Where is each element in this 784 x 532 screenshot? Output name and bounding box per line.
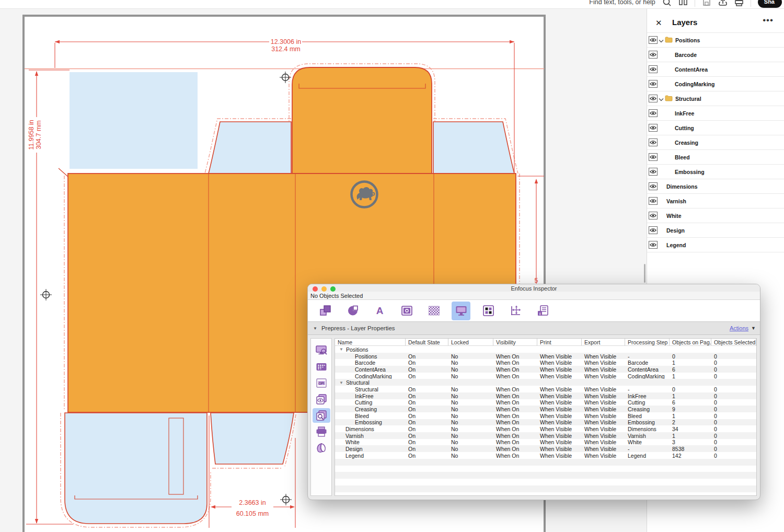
visibility-eye-icon[interactable] — [649, 36, 658, 44]
table-row[interactable]: ▼CodingMarking On No When On When Visibl… — [335, 373, 756, 379]
cell-default-state: On — [406, 438, 448, 445]
table-row[interactable]: ▼Barcode On No When On When Visible When… — [335, 359, 756, 366]
visibility-eye-icon[interactable] — [649, 212, 658, 219]
visibility-eye-icon[interactable] — [649, 109, 658, 117]
layer-visibility-tab-icon[interactable] — [313, 392, 330, 407]
collapse-triangle-icon[interactable]: ▼ — [313, 326, 317, 331]
visibility-eye-icon[interactable] — [649, 226, 658, 234]
table-row[interactable]: ▼Embossing On No When On When Visible Wh… — [335, 419, 756, 426]
output-preview-tab-icon[interactable] — [313, 343, 330, 358]
zoom-traffic-light[interactable] — [330, 286, 336, 292]
separations-icon[interactable] — [479, 302, 498, 320]
cell-locked: No — [448, 353, 493, 360]
column-header[interactable]: Objects on Pag... — [670, 339, 711, 345]
cell-objects-selected: 0 — [711, 373, 756, 379]
layer-row[interactable]: Legend — [647, 238, 784, 252]
visibility-eye-icon[interactable] — [649, 182, 658, 190]
page-thumbnails-icon[interactable] — [678, 0, 688, 7]
visibility-eye-icon[interactable] — [649, 153, 658, 161]
layer-properties-tab-icon[interactable] — [313, 408, 330, 423]
row-chevron-icon[interactable]: ▼ — [339, 347, 346, 352]
table-row[interactable]: ▼Legend On No When On When Visible When … — [335, 452, 756, 459]
visibility-eye-icon[interactable] — [649, 95, 658, 102]
inspector-titlebar[interactable]: Enfocus Inspector — [308, 284, 760, 292]
text-attributes-icon[interactable]: A — [370, 302, 389, 320]
close-traffic-light[interactable] — [313, 286, 318, 292]
cell-locked: No — [448, 438, 493, 445]
print-settings-tab-icon[interactable] — [313, 424, 330, 439]
visibility-eye-icon[interactable] — [649, 241, 658, 249]
cell-name: Barcode — [355, 360, 375, 366]
row-chevron-icon[interactable]: ▼ — [339, 380, 346, 385]
layer-row[interactable]: Positions — [647, 33, 784, 48]
layer-row[interactable]: Creasing — [647, 135, 784, 150]
chevron-down-icon[interactable] — [659, 94, 664, 103]
layer-row[interactable]: Barcode — [647, 48, 784, 62]
column-header[interactable]: Objects Selected — [711, 339, 756, 345]
column-header[interactable]: Processing Step — [625, 339, 670, 345]
visibility-eye-icon[interactable] — [649, 168, 658, 176]
summary-icon[interactable]: i — [533, 302, 552, 320]
layer-row[interactable]: White — [647, 209, 784, 223]
more-options-icon[interactable]: ••• — [763, 15, 774, 26]
layer-row[interactable]: Structural — [647, 91, 784, 106]
table-row[interactable]: ▼InkFree On No When On When Visible When… — [335, 392, 756, 399]
lens-tab-icon[interactable] — [313, 441, 330, 455]
output-preview-icon[interactable] — [452, 302, 470, 320]
screening-tab-icon[interactable] — [313, 360, 330, 374]
select-objects-icon[interactable] — [316, 302, 335, 320]
share-button[interactable]: Sha — [758, 0, 782, 8]
chevron-down-icon[interactable] — [659, 36, 664, 45]
column-header[interactable]: Name — [335, 339, 406, 345]
layer-row[interactable]: Varnish — [647, 194, 784, 209]
minimize-traffic-light[interactable] — [321, 286, 327, 292]
column-header[interactable]: Locked — [448, 339, 493, 345]
table-row[interactable]: ▼Varnish On No When On When Visible When… — [335, 432, 756, 439]
table-row[interactable]: ▼Creasing On No When On When Visible Whe… — [335, 406, 756, 412]
visibility-eye-icon[interactable] — [649, 197, 658, 205]
transparency-icon[interactable] — [424, 302, 443, 320]
search-icon[interactable] — [662, 0, 672, 7]
table-row[interactable]: ▼Positions — [335, 346, 756, 353]
table-row[interactable]: ▼Bleed On No When On When Visible When V… — [335, 412, 756, 419]
column-header[interactable]: Print — [537, 339, 582, 345]
shapes-icon[interactable] — [343, 302, 362, 320]
table-row[interactable]: ▼Cutting On No When On When Visible When… — [335, 399, 756, 406]
layer-row[interactable]: CodingMarking — [647, 77, 784, 91]
position-icon[interactable] — [506, 302, 525, 320]
table-row[interactable]: ▼Structural On No When On When Visible W… — [335, 386, 756, 392]
table-row[interactable]: ▼Dimensions On No When On When Visible W… — [335, 425, 756, 432]
layer-row[interactable]: ContentArea — [647, 62, 784, 77]
layer-row[interactable]: Bleed — [647, 150, 784, 165]
actions-link[interactable]: Actions — [730, 325, 748, 331]
cell-print: When Visible — [537, 425, 582, 432]
column-header[interactable]: Default State — [406, 339, 448, 345]
print-icon[interactable] — [734, 0, 744, 7]
close-icon[interactable]: ✕ — [655, 18, 662, 28]
column-header[interactable]: Export — [582, 339, 625, 345]
layer-row[interactable]: Design — [647, 223, 784, 238]
layer-row[interactable]: Dimensions — [647, 179, 784, 194]
table-row[interactable]: ▼Positions On No When On When Visible Wh… — [335, 353, 756, 360]
visibility-eye-icon[interactable] — [649, 51, 658, 59]
find-tools-search-label[interactable]: Find text, tools, or help — [589, 0, 655, 6]
save-icon[interactable] — [702, 0, 711, 7]
table-row[interactable]: ▼Structural — [335, 379, 756, 386]
visibility-eye-icon[interactable] — [649, 80, 658, 88]
table-row[interactable]: ▼ContentArea On No When On When Visible … — [335, 366, 756, 373]
column-header[interactable]: Visibility — [493, 339, 537, 345]
visibility-eye-icon[interactable] — [649, 138, 658, 146]
visibility-eye-icon[interactable] — [649, 65, 658, 73]
cell-export: When Visible — [582, 438, 625, 445]
images-icon[interactable] — [397, 302, 416, 320]
canvas-scrollbar[interactable] — [644, 264, 645, 283]
table-row[interactable]: ▼White On No When On When Visible When V… — [335, 439, 756, 446]
share-upload-icon[interactable] — [718, 0, 728, 7]
layer-row[interactable]: Cutting — [647, 121, 784, 135]
table-row[interactable]: ▼Design On No When On When Visible When … — [335, 445, 756, 452]
visibility-eye-icon[interactable] — [649, 124, 658, 132]
layer-row[interactable]: Embossing — [647, 165, 784, 179]
actions-chevron-icon[interactable]: ▼ — [751, 326, 756, 331]
opi-tab-icon[interactable]: OPI — [313, 376, 330, 390]
layer-row[interactable]: InkFree — [647, 106, 784, 121]
